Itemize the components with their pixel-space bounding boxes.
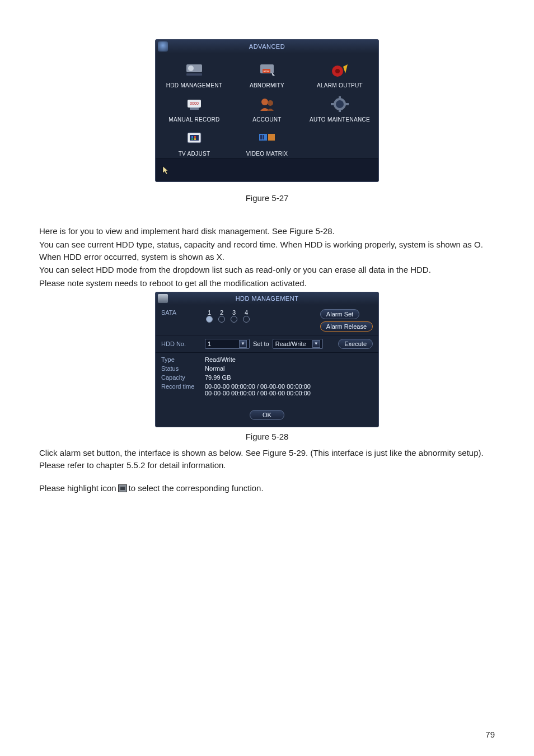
svg-rect-27 [260, 135, 262, 139]
status-label: Status [161, 365, 202, 372]
sata-col-2: 2 [217, 309, 226, 323]
advanced-footer [156, 158, 378, 181]
hdd-no-label: HDD No. [161, 340, 202, 347]
svg-rect-10 [190, 108, 199, 110]
hdd-body: SATA 1 2 3 4 Alarm Set Alarm Release [156, 305, 378, 427]
cursor-icon [161, 165, 171, 175]
separator-1 [156, 335, 378, 335]
figure-5-28-caption: Figure 5-28 [39, 432, 495, 441]
svg-rect-17 [331, 103, 334, 105]
capacity-value: 79.99 GB [205, 374, 231, 381]
svg-rect-21 [191, 136, 193, 138]
manual-record-icon: 0000 [182, 94, 207, 114]
svg-text:0000: 0000 [190, 101, 199, 105]
svg-point-7 [335, 69, 340, 73]
paragraph-1: Here is for you to view and implement ha… [39, 225, 495, 237]
execute-button[interactable]: Execute [338, 339, 373, 349]
abnormity-icon: error [255, 60, 279, 80]
svg-rect-1 [186, 73, 202, 76]
sata-col-4: 4 [242, 309, 251, 323]
hdd-management-item[interactable]: HDD MANAGEMENT [158, 59, 231, 90]
ok-button[interactable]: OK [250, 410, 284, 420]
sata-num-3: 3 [232, 309, 236, 316]
tv-adjust-label: TV ADJUST [179, 151, 210, 157]
account-label: ACCOUNT [252, 116, 282, 123]
record-time-line2: 00-00-00 00:00:00 / 00-00-00 00:00:00 [205, 390, 311, 396]
type-value: Read/Write [205, 356, 236, 363]
record-time-line1: 00-00-00 00:00:00 / 00-00-00 00:00:00 [205, 383, 311, 390]
abnormity-label: ABNORMITY [250, 82, 284, 88]
record-time-label: Record time [161, 383, 202, 390]
svg-rect-24 [194, 138, 196, 140]
svg-rect-15 [339, 96, 341, 100]
video-matrix-icon [255, 128, 279, 148]
abnormity-item[interactable]: error ABNORMITY [231, 59, 303, 90]
hdd-icon [182, 60, 207, 80]
paragraph-3: You can select HDD mode from the dropdow… [39, 264, 495, 276]
hdd-no-value: 1 [208, 340, 211, 347]
advanced-titlebar: ADVANCED [156, 40, 378, 53]
video-matrix-item[interactable]: VIDEO MATRIX [231, 127, 303, 158]
alarm-set-button[interactable]: Alarm Set [320, 309, 359, 319]
hdd-window-icon [158, 294, 168, 303]
advanced-grid: HDD MANAGEMENT error ABNORMITY ALARM OUT… [156, 53, 378, 158]
paragraph-5: Click alarm set button, the interface is… [39, 447, 495, 472]
alarm-release-button[interactable]: Alarm Release [320, 321, 373, 332]
body-text-block-1: Here is for you to view and implement ha… [39, 225, 495, 290]
auto-maintenance-item[interactable]: AUTO MAINTENANCE [303, 93, 376, 124]
advanced-title: ADVANCED [249, 43, 285, 50]
account-icon [255, 94, 279, 114]
svg-point-12 [268, 100, 273, 106]
paragraph-6a: Please highlight icon [39, 482, 116, 494]
paragraph-6b: to select the corresponding function. [129, 482, 264, 494]
alarm-output-label: ALARM OUTPUT [317, 82, 363, 88]
chevron-down-icon: ▼ [239, 340, 247, 348]
paragraph-6: Please highlight icon to select the corr… [39, 482, 495, 494]
separator-2 [156, 352, 378, 353]
empty-cell [303, 127, 376, 158]
video-matrix-label: VIDEO MATRIX [246, 151, 288, 157]
hdd-management-panel: HDD MANAGEMENT SATA 1 2 3 4 Alarm Set [155, 292, 379, 427]
capacity-label: Capacity [161, 374, 202, 381]
window-icon [158, 41, 168, 52]
set-to-value: Read/Write [275, 340, 306, 347]
paragraph-2: You can see current HDD type, status, ca… [39, 239, 495, 263]
hdd-management-label: HDD MANAGEMENT [166, 82, 222, 88]
svg-rect-26 [268, 134, 275, 141]
auto-maintenance-label: AUTO MAINTENANCE [310, 116, 370, 123]
tv-adjust-item[interactable]: TV ADJUST [158, 127, 231, 158]
highlight-icon [118, 484, 127, 492]
svg-rect-28 [263, 135, 264, 139]
chevron-down-icon: ▼ [312, 340, 320, 348]
svg-point-11 [261, 99, 268, 105]
set-to-dropdown[interactable]: Read/Write ▼ [273, 339, 323, 349]
sata-num-1: 1 [208, 309, 211, 316]
svg-point-2 [188, 66, 194, 71]
manual-record-label: MANUAL RECORD [168, 116, 219, 123]
hdd-no-dropdown[interactable]: 1 ▼ [205, 339, 250, 349]
sata-col-3: 3 [229, 309, 238, 323]
sata-status-2 [218, 316, 225, 323]
sata-status-1 [206, 316, 213, 323]
sata-num-2: 2 [220, 309, 223, 316]
auto-maint-icon [327, 94, 352, 114]
alarm-icon [327, 60, 352, 80]
account-item[interactable]: ACCOUNT [231, 93, 303, 124]
tv-adjust-icon [182, 128, 207, 148]
svg-text:error: error [264, 69, 270, 73]
advanced-panel: ADVANCED HDD MANAGEMENT error ABNORMITY … [155, 39, 379, 182]
sata-num-4: 4 [245, 309, 248, 316]
sata-status-4 [243, 316, 250, 323]
alarm-output-item[interactable]: ALARM OUTPUT [303, 59, 376, 90]
sata-status-3 [231, 316, 237, 323]
figure-5-27-caption: Figure 5-27 [39, 193, 495, 203]
sata-col-1: 1 [205, 309, 214, 323]
page-number: 79 [485, 730, 495, 739]
svg-point-14 [336, 100, 344, 108]
manual-record-item[interactable]: 0000 MANUAL RECORD [158, 93, 231, 124]
set-to-label: Set to [253, 340, 269, 347]
svg-rect-22 [194, 136, 196, 138]
svg-rect-18 [345, 103, 349, 105]
type-label: Type [161, 356, 202, 363]
svg-rect-16 [339, 109, 341, 112]
